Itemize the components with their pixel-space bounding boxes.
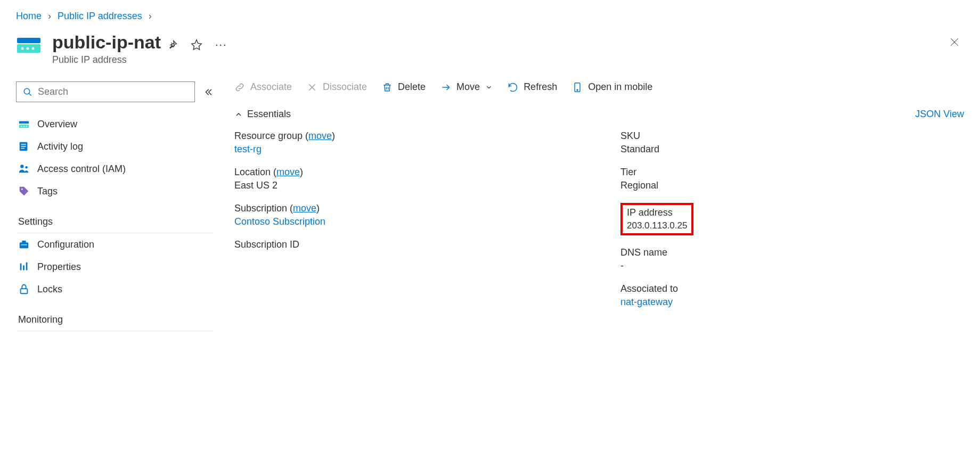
sidebar-item-properties[interactable]: Properties: [16, 256, 213, 278]
sidebar-item-label: Properties: [37, 261, 81, 273]
properties-icon: [18, 261, 30, 273]
more-icon[interactable]: ···: [215, 38, 227, 51]
refresh-button[interactable]: Refresh: [508, 81, 557, 93]
svg-rect-12: [21, 144, 26, 145]
page-subtitle: Public IP address: [52, 54, 227, 65]
star-icon[interactable]: [191, 39, 202, 51]
configuration-icon: [18, 239, 30, 250]
ess-value-sku: Standard: [620, 144, 964, 155]
ess-label: Subscription ID: [234, 239, 578, 250]
sidebar-item-configuration[interactable]: Configuration: [16, 233, 213, 256]
section-header-monitoring: Monitoring: [16, 310, 213, 331]
svg-point-3: [27, 47, 29, 50]
sidebar-item-overview[interactable]: Overview: [16, 113, 213, 135]
title-block: public-ip-nat ··· Public IP address: [52, 32, 227, 65]
breadcrumb-sep: ›: [149, 11, 152, 22]
ess-subscription-id: Subscription ID: [234, 239, 578, 250]
svg-point-16: [25, 166, 28, 169]
svg-point-4: [32, 47, 35, 50]
ess-value-ip: 203.0.113.0.25: [627, 220, 687, 231]
essentials-toggle[interactable]: Essentials: [234, 109, 291, 120]
toolbar-label: Delete: [398, 81, 426, 93]
chevron-down-icon: [485, 84, 493, 91]
chevron-up-icon: [234, 110, 243, 119]
svg-point-8: [21, 126, 22, 127]
ess-value-associated[interactable]: nat-gateway: [620, 297, 964, 308]
toolbar-label: Open in mobile: [588, 81, 652, 93]
essentials-grid: Resource group (move) test-rg Location (…: [234, 130, 964, 320]
sidebar-item-activity-log[interactable]: Activity log: [16, 135, 213, 158]
delete-button[interactable]: Delete: [382, 81, 426, 93]
svg-point-5: [24, 88, 30, 94]
ess-label: Associated to: [620, 283, 964, 294]
content: Associate Dissociate Delete Move: [234, 81, 964, 331]
tags-icon: [18, 185, 30, 197]
sidebar-item-access-control[interactable]: Access control (IAM): [16, 158, 213, 180]
svg-rect-13: [21, 146, 26, 146]
toolbar-label: Move: [456, 81, 480, 93]
sidebar-item-label: Overview: [37, 119, 77, 130]
ess-value-dns: -: [620, 260, 964, 272]
svg-rect-21: [20, 264, 22, 271]
toolbar-label: Associate: [250, 81, 292, 93]
header-left: public-ip-nat ··· Public IP address: [16, 32, 227, 65]
move-link[interactable]: move: [276, 167, 300, 177]
page-header: public-ip-nat ··· Public IP address: [16, 32, 964, 65]
svg-rect-20: [21, 244, 27, 245]
svg-rect-23: [26, 263, 28, 271]
move-icon: [440, 82, 451, 93]
open-mobile-button[interactable]: Open in mobile: [572, 81, 652, 93]
ess-resource-group: Resource group (move) test-rg: [234, 130, 578, 155]
sidebar-item-tags[interactable]: Tags: [16, 180, 213, 202]
breadcrumb-sep: ›: [48, 11, 51, 22]
svg-point-9: [23, 126, 24, 127]
move-link[interactable]: move: [293, 203, 316, 214]
svg-point-15: [20, 165, 23, 168]
collapse-icon[interactable]: [203, 87, 213, 97]
json-view-link[interactable]: JSON View: [915, 109, 964, 120]
svg-rect-6: [19, 121, 29, 124]
search-input[interactable]: [38, 86, 188, 97]
move-button[interactable]: Move: [440, 81, 493, 93]
locks-icon: [18, 283, 30, 295]
search-icon: [23, 87, 32, 97]
sidebar-item-label: Tags: [37, 186, 58, 197]
ess-value-resource-group[interactable]: test-rg: [234, 144, 578, 155]
sidebar-item-label: Activity log: [37, 141, 83, 152]
overview-icon: [18, 118, 30, 130]
ess-label: Resource group (move): [234, 130, 578, 142]
essentials-label: Essentials: [247, 109, 291, 120]
svg-rect-14: [21, 148, 24, 149]
essentials-row: Essentials JSON View: [234, 109, 964, 120]
dissociate-button: Dissociate: [307, 81, 367, 93]
ess-tier: Tier Regional: [620, 167, 964, 191]
sidebar-item-locks[interactable]: Locks: [16, 278, 213, 300]
ess-subscription: Subscription (move) Contoso Subscription: [234, 203, 578, 227]
close-button[interactable]: [945, 32, 964, 52]
ess-value-tier: Regional: [620, 180, 964, 191]
pin-icon[interactable]: [167, 39, 178, 50]
highlight-box: IP address 203.0.113.0.25: [620, 203, 693, 235]
section-header-settings: Settings: [16, 212, 213, 233]
ess-label: IP address: [627, 207, 687, 218]
svg-rect-22: [23, 266, 24, 271]
public-ip-icon: [16, 32, 42, 58]
breadcrumb-public-ip-addresses[interactable]: Public IP addresses: [58, 11, 142, 22]
essentials-right-col: SKU Standard Tier Regional IP address 20…: [620, 130, 964, 320]
svg-point-17: [21, 189, 23, 190]
ess-value-subscription[interactable]: Contoso Subscription: [234, 216, 578, 227]
svg-point-26: [577, 89, 578, 91]
move-link[interactable]: move: [308, 130, 332, 141]
breadcrumb-home[interactable]: Home: [16, 11, 42, 22]
toolbar-label: Dissociate: [323, 81, 367, 93]
ess-label: SKU: [620, 130, 964, 142]
title-actions: ···: [167, 38, 227, 51]
dissociate-icon: [307, 82, 317, 93]
svg-point-2: [21, 47, 24, 50]
search-box[interactable]: [16, 81, 195, 102]
sidebar-item-label: Locks: [37, 284, 62, 295]
sidebar-item-label: Configuration: [37, 239, 94, 250]
main-layout: Overview Activity log Access control (IA…: [16, 81, 964, 331]
toolbar-label: Refresh: [524, 81, 557, 93]
svg-point-10: [26, 126, 27, 127]
